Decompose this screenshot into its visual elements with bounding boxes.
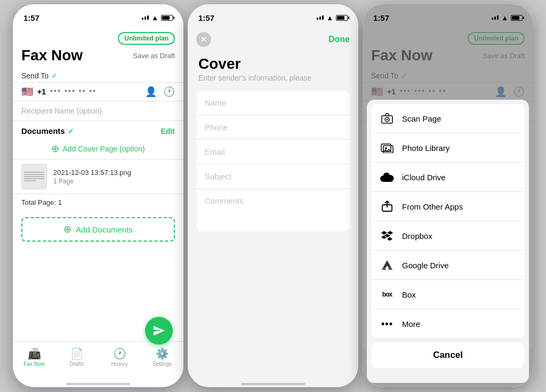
comments-input[interactable] bbox=[196, 189, 350, 231]
cancel-btn[interactable]: Cancel bbox=[371, 342, 525, 368]
tab-history[interactable]: 🕐 History bbox=[98, 345, 141, 369]
box-icon: box bbox=[380, 287, 395, 302]
signal-bars bbox=[142, 15, 149, 20]
send-fab[interactable] bbox=[145, 317, 173, 341]
phone-row-1[interactable]: 🇺🇸 +1 *** *** ** ** 👤 🕐 bbox=[13, 82, 183, 101]
docs-header-1: Documents ✓ Edit bbox=[13, 121, 183, 139]
send-to-check: ✓ bbox=[51, 71, 58, 80]
menu-photo-library[interactable]: Photo Library bbox=[371, 133, 525, 163]
fax-now-icon: 📠 bbox=[28, 347, 41, 360]
svg-point-2 bbox=[387, 119, 388, 121]
add-docs-plus-icon: ⊕ bbox=[63, 223, 71, 235]
nav-header-1: Unlimited plan bbox=[13, 28, 183, 47]
tab-fax-now[interactable]: 📠 Fax Now bbox=[13, 345, 55, 369]
title-row-1: Fax Now Save as Draft bbox=[13, 47, 183, 68]
add-cover-btn[interactable]: ⊕ Add Cover Page (option) bbox=[13, 139, 183, 159]
wifi-icon: ▲ bbox=[151, 14, 158, 22]
country-code: +1 bbox=[37, 87, 46, 96]
svg-point-5 bbox=[385, 147, 387, 149]
signal-bars-2 bbox=[317, 15, 324, 20]
more-icon: ••• bbox=[380, 316, 395, 331]
page-title-1: Fax Now bbox=[21, 47, 83, 64]
recents-icon[interactable]: 🕐 bbox=[163, 86, 175, 98]
close-btn[interactable]: ✕ bbox=[196, 32, 211, 47]
status-icons-2: ▲ bbox=[317, 14, 348, 22]
email-input[interactable] bbox=[196, 140, 350, 164]
phone-actions: 👤 🕐 bbox=[145, 86, 175, 98]
send-icon bbox=[152, 324, 165, 337]
cover-title: Cover bbox=[188, 53, 358, 74]
tab-drafts[interactable]: 📄 Drafts bbox=[55, 345, 98, 369]
battery-icon bbox=[161, 15, 173, 21]
settings-icon: ⚙️ bbox=[156, 347, 169, 360]
wifi-icon-2: ▲ bbox=[326, 14, 333, 22]
tab-fax-now-label: Fax Now bbox=[23, 361, 44, 367]
menu-google-drive[interactable]: Google Drive bbox=[371, 251, 525, 280]
contacts-icon[interactable]: 👤 bbox=[145, 86, 157, 98]
doc-name: 2021-12-03 13:57:13.png bbox=[53, 169, 175, 177]
recipient-field[interactable]: Recipient Name (option) bbox=[13, 101, 183, 121]
tab-history-label: History bbox=[111, 361, 127, 367]
name-input[interactable] bbox=[196, 91, 350, 115]
time-1: 1:57 bbox=[23, 13, 39, 22]
phone-screen-3: 1:57 ▲ Unlimited plan bbox=[363, 4, 533, 387]
save-draft-btn-1[interactable]: Save as Draft bbox=[133, 52, 175, 60]
drafts-icon: 📄 bbox=[70, 347, 84, 360]
done-btn[interactable]: Done bbox=[328, 35, 350, 44]
phone-screen-2: 1:57 ▲ ✕ Done Cover Enter sender's infor… bbox=[188, 4, 358, 387]
menu-scan-page[interactable]: Scan Page bbox=[371, 104, 525, 133]
add-docs-btn[interactable]: ⊕ Add Documents bbox=[21, 217, 175, 242]
time-2: 1:57 bbox=[198, 13, 214, 22]
subject-input[interactable] bbox=[196, 164, 350, 189]
history-icon: 🕐 bbox=[113, 347, 126, 360]
home-indicator-1 bbox=[66, 383, 130, 385]
tab-settings[interactable]: ⚙️ Settings bbox=[141, 345, 183, 369]
dropbox-icon bbox=[380, 228, 395, 243]
plus-circle-icon: ⊕ bbox=[51, 143, 59, 155]
phone-number: *** *** ** ** bbox=[50, 88, 141, 96]
menu-dropbox[interactable]: Dropbox bbox=[371, 221, 525, 251]
menu-overlay[interactable]: Scan Page Photo Library bbox=[363, 4, 533, 387]
doc-pages: 1 Page bbox=[53, 178, 175, 185]
battery-icon-2 bbox=[336, 15, 348, 21]
doc-info: 2021-12-03 13:57:13.png 1 Page bbox=[53, 169, 175, 185]
flag-emoji: 🇺🇸 bbox=[21, 86, 33, 98]
screen1-content: Unlimited plan Fax Now Save as Draft Sen… bbox=[13, 28, 183, 341]
share-icon bbox=[380, 199, 395, 214]
tab-bar-1: 📠 Fax Now 📄 Drafts 🕐 History ⚙️ Settings bbox=[13, 341, 183, 379]
menu-more[interactable]: ••• More bbox=[371, 309, 525, 338]
menu-from-other-apps[interactable]: From Other Apps bbox=[371, 192, 525, 221]
menu-box[interactable]: box Box bbox=[371, 280, 525, 309]
menu-list: Scan Page Photo Library bbox=[371, 104, 525, 338]
google-drive-icon bbox=[380, 258, 395, 273]
svg-rect-4 bbox=[383, 146, 393, 153]
action-sheet: Scan Page Photo Library bbox=[367, 100, 529, 383]
cover-header: ✕ Done bbox=[188, 28, 358, 53]
camera-icon bbox=[380, 111, 395, 126]
cover-subtitle: Enter sender's information, please bbox=[188, 74, 358, 91]
home-indicator-2 bbox=[241, 383, 305, 385]
phone-screen-1: 1:57 ▲ Unlimited plan bbox=[13, 4, 183, 387]
icloud-icon bbox=[380, 170, 395, 185]
status-bar-2: 1:57 ▲ bbox=[188, 4, 358, 28]
doc-item-1: 2021-12-03 13:57:13.png 1 Page bbox=[13, 159, 183, 194]
total-pages: Total Page: 1 bbox=[13, 194, 183, 211]
phone-input[interactable] bbox=[196, 115, 350, 140]
photo-library-icon bbox=[380, 140, 395, 155]
status-icons-1: ▲ bbox=[142, 14, 173, 22]
docs-check: ✓ bbox=[68, 127, 74, 135]
status-bar-1: 1:57 ▲ bbox=[13, 4, 183, 28]
menu-icloud-drive[interactable]: iCloud Drive bbox=[371, 163, 525, 192]
tab-settings-label: Settings bbox=[152, 361, 172, 367]
send-to-label: Send To ✓ bbox=[13, 68, 183, 82]
docs-label-1: Documents ✓ bbox=[21, 126, 74, 135]
doc-thumbnail bbox=[21, 164, 47, 189]
unlimited-badge-1[interactable]: Unlimited plan bbox=[118, 32, 175, 45]
edit-btn-1[interactable]: Edit bbox=[161, 127, 175, 135]
cover-form bbox=[196, 91, 350, 231]
tab-drafts-label: Drafts bbox=[70, 361, 84, 367]
